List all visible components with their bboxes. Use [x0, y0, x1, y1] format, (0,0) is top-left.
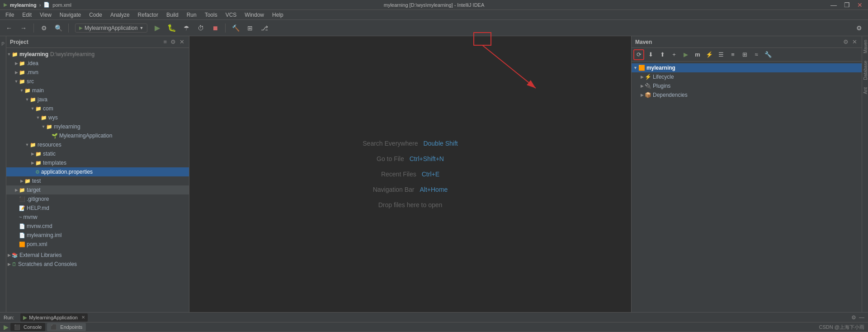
gear-icon[interactable]: ⚙ — [170, 38, 177, 46]
maven-lightning-btn[interactable]: ⚡ — [704, 49, 715, 60]
profile-button[interactable]: ⏱ — [194, 22, 207, 34]
tree-item-target[interactable]: ▶ 📁 target — [6, 185, 189, 194]
close-button[interactable]: ✕ — [855, 1, 864, 9]
toolbar-separator-1 — [33, 24, 34, 33]
run-bar-play[interactable]: ▶ — [4, 323, 9, 331]
debug-button[interactable]: 🐛 — [165, 22, 178, 34]
maven-tree-lifecycle[interactable]: ▶ ⚡ Lifecycle — [632, 72, 862, 81]
right-strip-ant[interactable]: Ant — [862, 84, 868, 98]
maven-close-btn[interactable]: ✕ — [851, 38, 858, 46]
maven-download-btn[interactable]: ⬇ — [645, 49, 656, 60]
maven-m-btn[interactable]: m — [692, 49, 703, 60]
left-panel-strip: P — [0, 36, 6, 312]
tree-item-idea[interactable]: ▶ 📁 .idea — [6, 59, 189, 68]
maven-settings-btn[interactable]: ⚙ — [842, 38, 849, 46]
tree-item-mylearning-root[interactable]: ▼ 📁 mylearning D:\wys\mylearning — [6, 50, 189, 59]
git-button[interactable]: ⎇ — [258, 22, 271, 34]
maven-grid-btn[interactable]: ⊞ — [739, 49, 750, 60]
run-settings-btn[interactable]: ⚙ — [851, 314, 856, 321]
tree-item-java[interactable]: ▼ 📁 java — [6, 95, 189, 104]
back-button[interactable]: ← — [3, 22, 15, 34]
settings-button[interactable]: ⚙ — [38, 22, 50, 34]
terminal-button[interactable]: ⊞ — [244, 22, 256, 34]
run-config-selector[interactable]: ▶ MylearningApplication ▼ — [75, 24, 147, 33]
run-button[interactable]: ▶ — [151, 22, 164, 34]
run-bar-right: ⚙ — — [851, 314, 864, 321]
run-tab-icon: ▶ — [23, 314, 27, 321]
run-tab-close[interactable]: ✕ — [81, 315, 85, 320]
tree-item-mylearning-iml[interactable]: 📄 mylearning.iml — [6, 231, 189, 240]
tree-item-main[interactable]: ▼ 📁 main — [6, 86, 189, 95]
maven-tree-root[interactable]: ▼ 🟧 mylearning — [632, 63, 862, 72]
tree-item-gitignore[interactable]: ⬛ .gitignore — [6, 194, 189, 204]
run-bar: Run: ▶ MylearningApplication ✕ ⚙ — — [0, 312, 868, 322]
console-tab[interactable]: ⬛ Console — [10, 323, 45, 331]
maven-reload-btn[interactable]: ⟳ — [633, 49, 644, 60]
tree-item-wys[interactable]: ▼ 📁 wys — [6, 113, 189, 122]
tree-item-mvnw[interactable]: ~ mvnw — [6, 213, 189, 222]
tree-item-static[interactable]: ▶ 📁 static — [6, 149, 189, 158]
tree-item-com[interactable]: ▼ 📁 com — [6, 104, 189, 113]
run-minimize-btn[interactable]: — — [859, 314, 864, 321]
stop-button[interactable]: ⏹ — [209, 22, 222, 34]
minimize-button[interactable]: — — [829, 1, 839, 9]
maven-list-btn[interactable]: ☰ — [716, 49, 726, 60]
maven-eq-btn[interactable]: ≡ — [727, 49, 738, 60]
run-tab-mylearning[interactable]: ▶ MylearningApplication ✕ — [20, 313, 88, 322]
maven-tree-dependencies[interactable]: ▶ 📦 Dependencies — [632, 90, 862, 100]
tree-item-pomxml[interactable]: 🟧 pom.xml — [6, 240, 189, 249]
menu-help[interactable]: Help — [269, 11, 287, 19]
file-label: pom.xml — [52, 2, 71, 8]
tree-item-src[interactable]: ▼ 📁 src — [6, 77, 189, 86]
endpoints-tab[interactable]: ⬛ Endpoints — [47, 323, 86, 331]
build-button[interactable]: 🔨 — [229, 22, 242, 34]
status-text: CSDN @上海下小雨 — [819, 324, 864, 330]
tree-item-resources[interactable]: ▼ 📁 resources — [6, 140, 189, 149]
content-area: P Project ≡ ⚙ ✕ ▼ 📁 mylearning D:\wys\my… — [0, 36, 868, 312]
editor-area: Search Everywhere Double Shift Go to Fil… — [189, 36, 631, 312]
forward-button[interactable]: → — [17, 22, 30, 34]
maven-wave-btn[interactable]: ≈ — [751, 49, 762, 60]
menu-file[interactable]: File — [2, 11, 18, 19]
right-strip-database[interactable]: Database — [862, 57, 868, 84]
menu-analyze[interactable]: Analyze — [107, 11, 133, 19]
menu-navigate[interactable]: Navigate — [56, 11, 85, 19]
menu-tools[interactable]: Tools — [201, 11, 221, 19]
tree-item-mylearning-app[interactable]: 🌱 MylearningApplication — [6, 131, 189, 140]
tree-item-mylearning-pkg[interactable]: ▼ 📁 mylearning — [6, 122, 189, 131]
menu-vcs[interactable]: VCS — [222, 11, 241, 19]
settings2-button[interactable]: ⚙ — [853, 22, 865, 34]
menu-build[interactable]: Build — [163, 11, 182, 19]
menu-view[interactable]: View — [36, 11, 55, 19]
maximize-button[interactable]: ❐ — [842, 1, 852, 9]
menu-window[interactable]: Window — [241, 11, 268, 19]
project-tree: ▼ 📁 mylearning D:\wys\mylearning ▶ 📁 .id… — [6, 48, 189, 312]
maven-tree-plugins[interactable]: ▶ 🔌 Plugins — [632, 81, 862, 90]
tree-item-test[interactable]: ▶ 📁 test — [6, 176, 189, 185]
hint-search-label: Search Everywhere — [363, 140, 418, 147]
maven-add-btn[interactable]: + — [669, 49, 679, 60]
collapse-all-button[interactable]: ≡ — [162, 38, 168, 46]
tree-item-application-properties[interactable]: ⚙ application.properties — [6, 167, 189, 176]
tree-item-mvnwcmd[interactable]: 📄 mvnw.cmd — [6, 222, 189, 231]
maven-upload-btn[interactable]: ⬆ — [657, 49, 668, 60]
menu-run[interactable]: Run — [183, 11, 200, 19]
close-panel-button[interactable]: ✕ — [179, 38, 185, 46]
hint-goto-key: Ctrl+Shift+N — [410, 155, 444, 162]
run-config-icon: ▶ — [79, 25, 83, 30]
endpoints-icon: ⬛ — [51, 324, 57, 330]
tree-item-mvn[interactable]: ▶ 📁 .mvn — [6, 68, 189, 77]
maven-wrench-btn[interactable]: 🔧 — [763, 49, 774, 60]
tree-item-scratches[interactable]: ▶ 🗒 Scratches and Consoles — [6, 260, 189, 269]
menu-edit[interactable]: Edit — [19, 11, 35, 19]
tree-item-external-libraries[interactable]: ▶ 📚 External Libraries — [6, 251, 189, 260]
menu-code[interactable]: Code — [85, 11, 106, 19]
search-button[interactable]: 🔍 — [52, 22, 65, 34]
tree-item-templates[interactable]: ▶ 📁 templates — [6, 158, 189, 167]
menu-refactor[interactable]: Refactor — [134, 11, 162, 19]
tree-item-helpmd[interactable]: 📝 HELP.md — [6, 204, 189, 213]
maven-run-btn[interactable]: ▶ — [680, 49, 691, 60]
right-strip-maven[interactable]: Maven — [862, 36, 868, 57]
run-label: Run: — [4, 315, 14, 320]
coverage-button[interactable]: ☂ — [180, 22, 193, 34]
